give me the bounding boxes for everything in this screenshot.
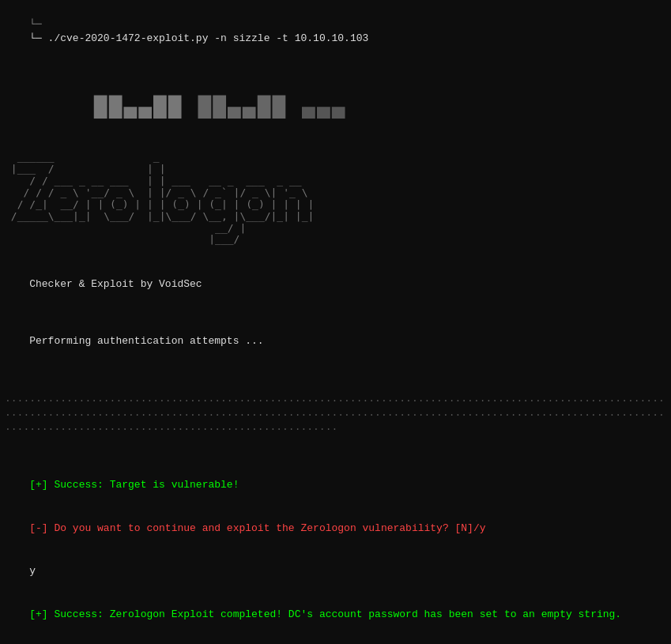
user-input-y: y — [5, 550, 666, 593]
success-vulnerable-line: [+] Success: Target is vulnerable! — [5, 464, 666, 507]
continue-prompt-line: [-] Do you want to continue and exploit … — [5, 507, 666, 551]
blank-line-1 — [5, 306, 666, 320]
initial-command-line: └─ └─ ./cve-2020-1472-exploit.py -n sizz… — [5, 3, 666, 61]
blank-line-2 — [5, 450, 666, 464]
ascii-art-logo: ██▄▄██ ██▄▄██ ▄▄▄ ______ _ |___ / | | / … — [5, 66, 666, 258]
success-exploit-line: [+] Success: Zerologon Exploit completed… — [5, 593, 666, 637]
prompt-icon: └─ — [29, 18, 42, 30]
checker-credit-line: Checker & Exploit by VoidSec — [5, 262, 666, 306]
dots-line: ........................................… — [5, 363, 666, 450]
terminal-window: └─ └─ ./cve-2020-1472-exploit.py -n sizz… — [0, 0, 671, 644]
auth-attempts-line: Performing authentication attempts ... — [5, 320, 666, 363]
ascii-logo-pre: ______ _ |___ / | | / / ___ _ __ ___ | |… — [5, 152, 666, 258]
blank-line-3 — [5, 636, 666, 644]
initial-command: └─ ./cve-2020-1472-exploit.py -n sizzle … — [29, 32, 368, 44]
